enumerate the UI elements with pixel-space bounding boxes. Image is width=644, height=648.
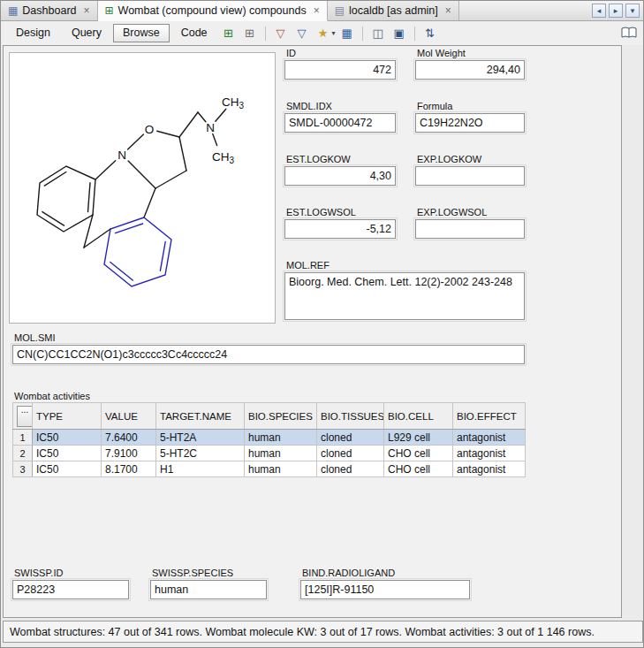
new-view-icon[interactable]: ⊞ xyxy=(219,25,239,42)
cell-cell[interactable]: CHO cell xyxy=(384,446,453,461)
status-text: Wombat structures: 47 out of 341 rows. W… xyxy=(10,626,595,638)
database-icon: ▤ xyxy=(335,5,345,16)
cell-species[interactable]: human xyxy=(245,446,317,461)
close-icon[interactable]: × xyxy=(314,5,320,16)
run-query-icon[interactable]: ▽ xyxy=(292,25,312,42)
swissp-species-field[interactable]: human xyxy=(150,580,267,599)
cell-target[interactable]: 5-HT2C xyxy=(156,446,245,461)
tab-wombat-compound-view[interactable]: ⊞ Wombat (compound view) compounds × xyxy=(98,1,328,21)
close-icon[interactable]: × xyxy=(84,5,90,16)
toolbar-separator xyxy=(414,27,415,41)
row-number[interactable]: 1 xyxy=(13,430,33,446)
cell-type[interactable]: IC50 xyxy=(33,461,102,477)
row-number[interactable]: 2 xyxy=(13,446,33,461)
scroll-tabs-right-button[interactable]: ▸ xyxy=(609,4,623,18)
app-window: ▦ Dashboard × ⊞ Wombat (compound view) c… xyxy=(0,0,644,648)
cell-effect[interactable]: antagonist xyxy=(453,461,526,477)
cell-value[interactable]: 7.9100 xyxy=(102,446,156,461)
sort-icon[interactable]: ⇅ xyxy=(420,25,440,42)
browse-mode-button[interactable]: Browse xyxy=(113,24,170,42)
atom-label-methyl-top: CH3 xyxy=(222,95,245,111)
table-row[interactable]: 3 IC50 8.1700 H1 human cloned CHO cell a… xyxy=(13,461,526,477)
column-header-value[interactable]: VALUE xyxy=(102,403,156,430)
cell-value[interactable]: 8.1700 xyxy=(102,461,156,477)
field-group-mol-smi: MOL.SMI CN(C)CC1CC2N(O1)c3ccccc3Cc4ccccc… xyxy=(12,332,525,364)
est-logwsol-field[interactable]: -5,12 xyxy=(284,219,396,239)
tab-label: Dashboard xyxy=(22,4,76,17)
toolbar-separator xyxy=(362,27,363,41)
column-header-bio-cell[interactable]: BIO.CELL xyxy=(384,403,453,430)
mol-weight-label: Mol Weight xyxy=(417,48,525,58)
swissp-species-label: SWISSP.SPECIES xyxy=(152,568,267,578)
cell-tissue[interactable]: cloned xyxy=(317,430,384,446)
molecule-structure: O N N CH3 CH3 xyxy=(10,53,275,323)
field-group-mol-weight: Mol Weight 294,40 xyxy=(415,48,525,80)
exp-logwsol-field[interactable] xyxy=(415,219,525,239)
swissp-id-label: SWISSP.ID xyxy=(14,568,129,578)
table-row[interactable]: 2 IC50 7.9100 5-HT2C human cloned CHO ce… xyxy=(13,446,526,461)
cell-species[interactable]: human xyxy=(245,461,317,477)
swissp-id-field[interactable]: P28223 xyxy=(12,580,129,599)
mol-ref-field[interactable]: Bioorg. Med. Chem. Lett. 12(2)-2002 243-… xyxy=(284,272,525,320)
cell-cell[interactable]: CHO cell xyxy=(384,461,453,477)
field-group-bind-radioligand: BIND.RADIOLIGAND [125I]R-91150 xyxy=(300,568,470,599)
cell-value[interactable]: 7.6400 xyxy=(102,430,156,446)
favorites-icon[interactable]: ★ xyxy=(314,25,333,42)
grid-view-icon: ⊞ xyxy=(105,5,114,16)
cell-species[interactable]: human xyxy=(245,430,317,446)
cell-effect[interactable]: antagonist xyxy=(453,430,526,446)
column-header-bio-tissuesource[interactable]: BIO.TISSUESOU xyxy=(317,403,384,430)
cell-effect[interactable]: antagonist xyxy=(453,446,526,461)
tab-list-dropdown-button[interactable]: ▾ xyxy=(625,4,640,18)
column-header-type[interactable]: TYPE xyxy=(33,403,102,430)
formula-label: Formula xyxy=(417,101,525,111)
cell-cell[interactable]: L929 cell xyxy=(384,430,453,446)
design-mode-button[interactable]: Design xyxy=(6,24,60,42)
tab-localdb[interactable]: ▤ localdb [as admin] × xyxy=(328,1,459,20)
column-header-bio-species[interactable]: BIO.SPECIES xyxy=(245,403,317,430)
cell-type[interactable]: IC50 xyxy=(33,430,102,446)
smdl-idx-field[interactable]: SMDL-00000472 xyxy=(284,113,396,133)
help-book-icon[interactable] xyxy=(619,24,639,42)
table-options-button[interactable]: ... xyxy=(17,406,33,427)
tab-dashboard[interactable]: ▦ Dashboard × xyxy=(1,1,98,20)
cell-type[interactable]: IC50 xyxy=(33,446,102,461)
structure-field[interactable]: O N N CH3 CH3 xyxy=(9,52,276,324)
bind-radioligand-field[interactable]: [125I]R-91150 xyxy=(300,580,470,599)
window-layout-icon[interactable]: ◫ xyxy=(368,25,388,42)
field-group-est-logkow: EST.LOGKOW 4,30 xyxy=(284,154,396,186)
document-tab-bar: ▦ Dashboard × ⊞ Wombat (compound view) c… xyxy=(1,1,643,21)
cell-tissue[interactable]: cloned xyxy=(317,446,384,461)
book-icon xyxy=(621,27,637,39)
tab-controls: ◂ ▸ ▾ xyxy=(588,1,643,20)
table-row[interactable]: 1 IC50 7.6400 5-HT2A human cloned L929 c… xyxy=(13,430,526,446)
cell-tissue[interactable]: cloned xyxy=(317,461,384,477)
row-number[interactable]: 3 xyxy=(13,461,33,477)
atom-label-ring-nitrogen: N xyxy=(117,149,126,162)
field-group-smdl-idx: SMDL.IDX SMDL-00000472 xyxy=(284,101,396,133)
cell-target[interactable]: 5-HT2A xyxy=(156,430,245,446)
mol-smi-label: MOL.SMI xyxy=(14,332,525,343)
wombat-activities-title: Wombat activities xyxy=(14,391,90,401)
code-mode-button[interactable]: Code xyxy=(171,24,217,42)
float-window-icon[interactable]: ▣ xyxy=(390,25,409,42)
field-group-formula: Formula C19H22N2O xyxy=(415,101,525,133)
mol-weight-field[interactable]: 294,40 xyxy=(415,60,525,80)
close-icon[interactable]: × xyxy=(445,5,451,16)
mol-smi-field[interactable]: CN(C)CC1CC2N(O1)c3ccccc3Cc4ccccc24 xyxy=(12,345,525,364)
chevron-down-icon[interactable]: ▾ xyxy=(332,29,336,37)
formula-field[interactable]: C19H22N2O xyxy=(415,113,525,133)
id-field[interactable]: 472 xyxy=(284,60,396,80)
saved-views-icon[interactable]: ▦ xyxy=(337,25,357,42)
exp-logkow-field[interactable] xyxy=(415,166,525,186)
column-header-target-name[interactable]: TARGET.NAME xyxy=(156,403,245,430)
column-header-bio-effect[interactable]: BIO.EFFECT xyxy=(453,403,526,430)
scroll-tabs-left-button[interactable]: ◂ xyxy=(592,4,606,18)
est-logkow-field[interactable]: 4,30 xyxy=(284,166,396,186)
manage-views-icon[interactable]: ⊞ xyxy=(240,25,260,42)
est-logkow-label: EST.LOGKOW xyxy=(286,154,396,164)
field-group-swissp-species: SWISSP.SPECIES human xyxy=(150,568,267,599)
query-mode-button[interactable]: Query xyxy=(62,24,111,42)
filter-icon[interactable]: ▽ xyxy=(271,25,291,42)
cell-target[interactable]: H1 xyxy=(156,461,245,477)
